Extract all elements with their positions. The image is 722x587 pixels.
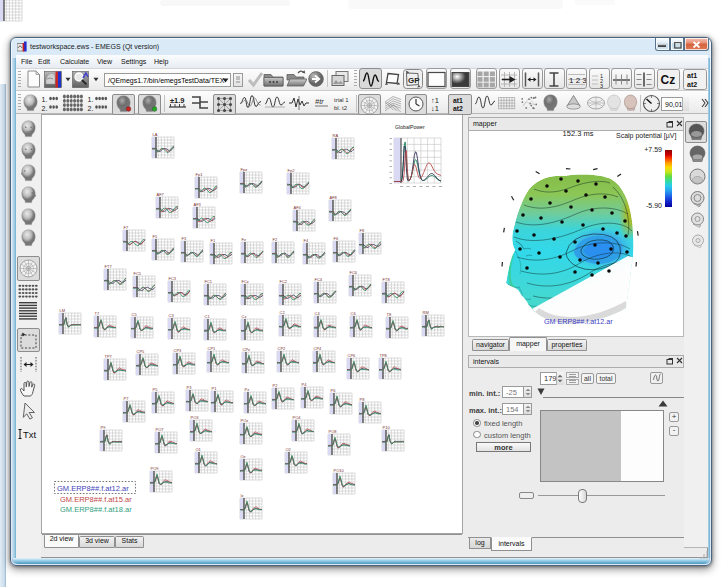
svg-text:CP1: CP1 (208, 346, 217, 351)
svg-text:P4: P4 (302, 382, 308, 387)
svg-text:GlobalPower: GlobalPower (395, 124, 425, 130)
svg-text:Fz: Fz (242, 237, 246, 242)
svg-text:FC4: FC4 (315, 277, 323, 282)
svg-text:PO3: PO3 (191, 415, 200, 420)
svg-text:PO9: PO9 (151, 466, 160, 471)
svg-text:C6: C6 (351, 311, 357, 316)
svg-text:LM: LM (60, 308, 66, 313)
svg-text:CP3: CP3 (174, 348, 183, 353)
svg-text:P5: P5 (153, 387, 159, 392)
svg-text:AF7: AF7 (157, 192, 165, 197)
svg-text:O2: O2 (286, 447, 292, 452)
svg-text:POz: POz (241, 418, 249, 423)
svg-text:PO4: PO4 (293, 415, 302, 420)
svg-text:P2: P2 (273, 383, 279, 388)
svg-text:C1: C1 (205, 314, 211, 319)
svg-text:FC2: FC2 (280, 279, 288, 284)
svg-text:FT7: FT7 (105, 264, 113, 269)
svg-text:F6: F6 (334, 236, 339, 241)
svg-text:FC5: FC5 (134, 271, 142, 276)
svg-text:CPz: CPz (243, 347, 251, 352)
svg-text:CP4: CP4 (314, 346, 323, 351)
svg-text:Fp2: Fp2 (288, 168, 296, 173)
svg-text:P1: P1 (212, 386, 218, 391)
svg-text:C2: C2 (280, 310, 286, 315)
svg-text:P10: P10 (383, 425, 391, 430)
svg-text:P8: P8 (360, 397, 366, 402)
svg-text:AF8: AF8 (330, 195, 338, 200)
svg-text:Pz: Pz (245, 387, 250, 392)
svg-text:PO10: PO10 (334, 468, 345, 473)
svg-text:Fpz: Fpz (241, 167, 248, 172)
svg-text:P7: P7 (124, 396, 130, 401)
svg-text:F4: F4 (304, 238, 309, 243)
svg-text:P6: P6 (331, 388, 337, 393)
svg-text:FC3: FC3 (169, 276, 177, 281)
svg-text:LA: LA (153, 132, 158, 137)
svg-text:C5: C5 (132, 312, 138, 317)
svg-text:FCz: FCz (242, 279, 249, 284)
svg-text:Cz: Cz (242, 314, 247, 319)
svg-text:GM.ERP8##.f.at18.ar: GM.ERP8##.f.at18.ar (60, 505, 132, 514)
svg-text:RM: RM (423, 310, 429, 315)
svg-text:C3: C3 (169, 313, 175, 318)
svg-text:F3: F3 (182, 236, 187, 241)
svg-text:F1: F1 (211, 238, 216, 243)
svg-text:FT8: FT8 (383, 277, 391, 282)
svg-text:FC6: FC6 (350, 270, 358, 275)
svg-text:C4: C4 (315, 311, 321, 316)
svg-text:T8: T8 (387, 312, 392, 317)
svg-text:AF3: AF3 (194, 202, 202, 207)
svg-text:CP6: CP6 (348, 353, 357, 358)
svg-text:GM.ERP8##.f.at12.ar: GM.ERP8##.f.at12.ar (57, 484, 129, 493)
svg-text:P3: P3 (187, 385, 193, 390)
svg-text:O1: O1 (196, 447, 202, 452)
svg-text:TP8: TP8 (380, 353, 388, 358)
svg-text:CP2: CP2 (278, 346, 287, 351)
svg-text:CP5: CP5 (137, 349, 146, 354)
svg-text:RA: RA (333, 133, 339, 138)
svg-text:F2: F2 (273, 237, 278, 242)
svg-text:FC1: FC1 (205, 279, 213, 284)
svg-text:F8: F8 (360, 228, 365, 233)
svg-text:GM.ERP8##.f.at15.ar: GM.ERP8##.f.at15.ar (60, 495, 132, 504)
svg-text:TP7: TP7 (105, 354, 113, 359)
svg-text:F5: F5 (153, 234, 158, 239)
svg-text:T7: T7 (95, 311, 100, 316)
svg-text:Iz: Iz (241, 493, 244, 498)
svg-text:F7: F7 (124, 225, 129, 230)
svg-text:PO7: PO7 (156, 427, 165, 432)
svg-text:Oz: Oz (241, 454, 246, 459)
svg-text:PO8: PO8 (329, 429, 338, 434)
svg-text:P9: P9 (101, 425, 107, 430)
svg-text:AF4: AF4 (294, 205, 302, 210)
svg-text:Fp1: Fp1 (196, 172, 204, 177)
